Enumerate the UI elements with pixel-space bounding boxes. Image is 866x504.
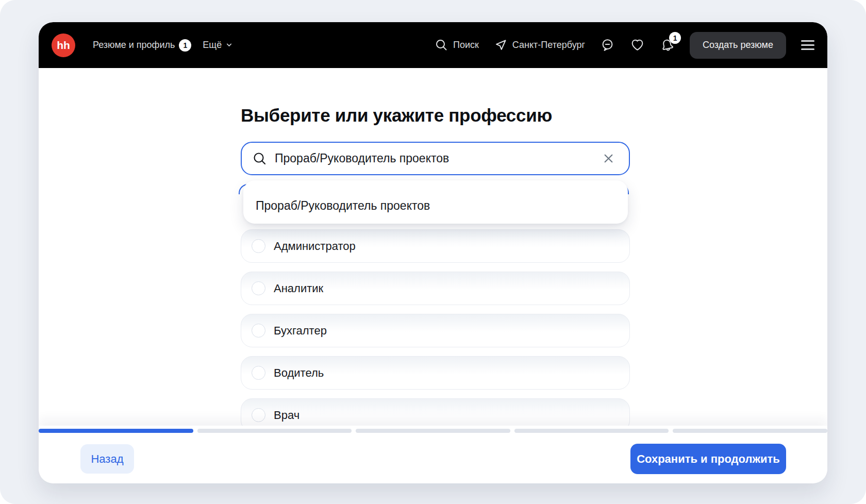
search-icon (252, 151, 268, 166)
close-icon (603, 153, 614, 164)
page-title: Выберите или укажите профессию (241, 104, 552, 127)
footer-bar: Назад Сохранить и продолжить (39, 426, 827, 483)
primary-nav: Резюме и профиль 1 Ещё (93, 39, 233, 52)
chevron-down-icon (225, 41, 233, 49)
hamburger-menu-icon[interactable] (801, 40, 814, 50)
profession-search-input[interactable]: Прораб/Руководитель проектов (241, 142, 630, 175)
radio-button[interactable] (252, 239, 265, 253)
progress-bar (39, 429, 827, 433)
profession-option[interactable]: Водитель (241, 356, 630, 390)
radio-button[interactable] (252, 408, 265, 422)
header-actions: Поиск Санкт-Петербург 1 Создать резюме (435, 32, 814, 59)
radio-button[interactable] (252, 281, 265, 295)
suggestion-item[interactable]: Прораб/Руководитель проектов (256, 199, 430, 213)
search-link[interactable]: Поиск (435, 38, 479, 52)
profession-option-label: Бухгалтер (274, 324, 327, 338)
search-label: Поиск (453, 40, 479, 51)
search-icon (435, 38, 448, 52)
profession-option-label: Аналитик (274, 282, 323, 295)
progress-segment (197, 429, 352, 433)
notifications-badge: 1 (669, 32, 681, 44)
heart-icon[interactable] (630, 38, 645, 53)
app-window: hh Резюме и профиль 1 Ещё Поиск Санкт-Пе… (39, 22, 827, 483)
back-button[interactable]: Назад (80, 444, 134, 474)
profession-option-label: Администратор (274, 240, 356, 253)
nav-more-label: Ещё (203, 40, 222, 51)
nav-more[interactable]: Ещё (203, 40, 233, 51)
progress-segment (39, 429, 193, 433)
geo-arrow-icon (494, 38, 508, 52)
chat-icon[interactable] (600, 38, 615, 53)
profession-option-label: Водитель (274, 366, 324, 380)
nav-resume-profile[interactable]: Резюме и профиль (93, 40, 175, 51)
progress-segment (356, 429, 510, 433)
radio-button[interactable] (252, 366, 265, 380)
page-background: hh Резюме и профиль 1 Ещё Поиск Санкт-Пе… (0, 0, 866, 504)
hh-logo[interactable]: hh (52, 33, 75, 57)
profession-option[interactable]: Аналитик (241, 272, 630, 305)
suggestion-dropdown: Прораб/Руководитель проектов (243, 180, 628, 224)
profession-option[interactable]: Администратор (241, 229, 630, 263)
search-input-value: Прораб/Руководитель проектов (275, 152, 449, 165)
city-label: Санкт-Петербург (512, 40, 585, 51)
clear-input-button[interactable] (602, 152, 615, 165)
profession-option[interactable]: Бухгалтер (241, 314, 630, 347)
progress-segment (514, 429, 669, 433)
resume-count-badge: 1 (179, 39, 191, 52)
radio-button[interactable] (252, 324, 265, 338)
create-resume-button[interactable]: Создать резюме (690, 32, 786, 59)
save-continue-button[interactable]: Сохранить и продолжить (630, 444, 786, 474)
notifications-button[interactable]: 1 (660, 38, 675, 53)
city-selector[interactable]: Санкт-Петербург (494, 38, 585, 52)
profession-option-label: Врач (274, 409, 299, 422)
progress-segment (673, 429, 827, 433)
top-nav-bar: hh Резюме и профиль 1 Ещё Поиск Санкт-Пе… (39, 22, 827, 68)
